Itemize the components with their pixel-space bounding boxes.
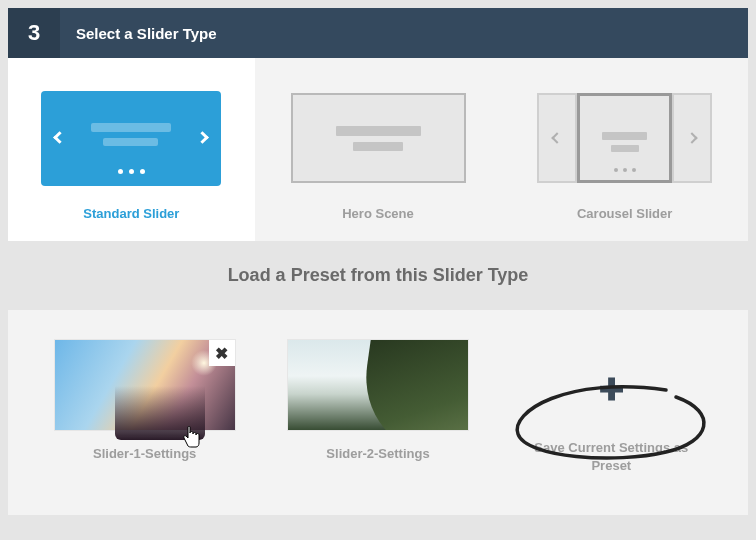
type-card-hero[interactable]: Hero Scene xyxy=(255,58,502,241)
preset-thumbnail: ✖ xyxy=(288,340,468,430)
close-icon: ✖ xyxy=(448,344,461,363)
slider-types-row: Standard Slider Hero Scene xyxy=(8,58,748,241)
preset-thumbnail: ✖ xyxy=(55,340,235,430)
chevron-left-icon xyxy=(53,131,66,144)
type-label-hero: Hero Scene xyxy=(275,206,482,221)
plus-icon: ✚ xyxy=(599,372,624,407)
type-label-carousel: Carousel Slider xyxy=(521,206,728,221)
preset-label: Slider-1-Settings xyxy=(93,446,196,461)
preset-item-1[interactable]: ✖ Slider-1-Settings xyxy=(28,340,261,475)
delete-preset-button[interactable]: ✖ xyxy=(442,340,468,366)
carousel-slider-icon xyxy=(521,88,728,188)
save-preset-label: Save Current Settings as Preset xyxy=(521,439,701,475)
chevron-left-icon xyxy=(537,93,577,183)
chevron-right-icon xyxy=(196,131,209,144)
type-card-standard[interactable]: Standard Slider xyxy=(8,58,255,241)
preset-row: ✖ Slider-1-Settings ✖ Slider-2-Settings … xyxy=(8,310,748,515)
hero-scene-icon xyxy=(275,88,482,188)
close-icon: ✖ xyxy=(215,344,228,363)
save-preset-button[interactable]: ✚ Save Current Settings as Preset xyxy=(495,340,728,475)
preset-label: Slider-2-Settings xyxy=(326,446,429,461)
standard-slider-icon xyxy=(28,88,235,188)
preset-heading: Load a Preset from this Slider Type xyxy=(8,241,748,310)
panel-header: 3 Select a Slider Type xyxy=(8,8,748,58)
step-number: 3 xyxy=(8,8,60,58)
delete-preset-button[interactable]: ✖ xyxy=(209,340,235,366)
chevron-right-icon xyxy=(672,93,712,183)
type-label-standard: Standard Slider xyxy=(28,206,235,221)
panel-title: Select a Slider Type xyxy=(60,8,217,58)
slider-type-panel: 3 Select a Slider Type Standard Slider xyxy=(8,8,748,515)
preset-item-2[interactable]: ✖ Slider-2-Settings xyxy=(261,340,494,475)
type-card-carousel[interactable]: Carousel Slider xyxy=(501,58,748,241)
